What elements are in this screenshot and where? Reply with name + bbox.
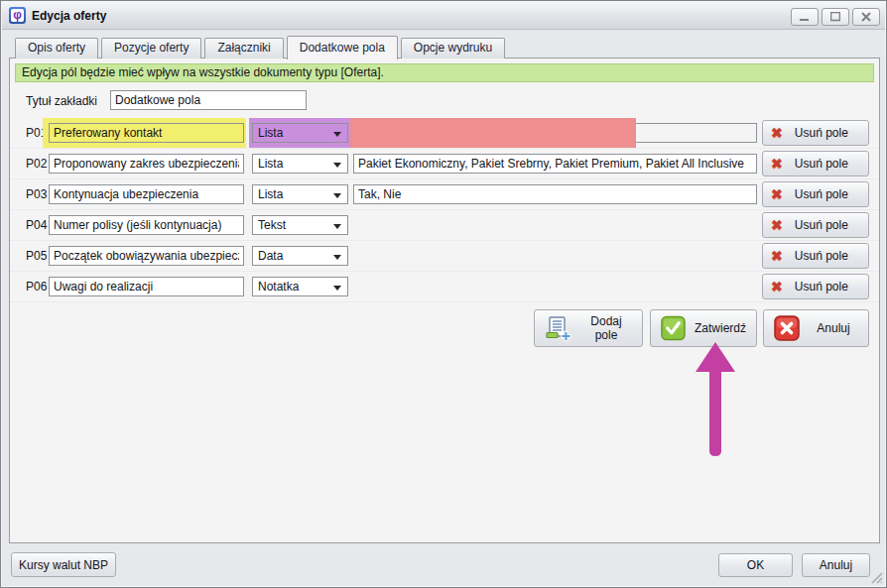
red-x-icon bbox=[774, 315, 800, 341]
tab-strip: Opis oferty Pozycje oferty Załączniki Do… bbox=[15, 35, 508, 59]
field-type-dropdown[interactable]: Notatka bbox=[252, 277, 348, 296]
maximize-button[interactable] bbox=[822, 8, 849, 26]
red-x-icon: ✖ bbox=[771, 186, 783, 202]
minimize-button[interactable] bbox=[791, 8, 819, 26]
tab-title-input[interactable] bbox=[110, 90, 307, 110]
chevron-down-icon bbox=[333, 286, 341, 291]
field-name-input[interactable] bbox=[49, 154, 244, 174]
info-banner: Edycja pól będzie mieć wpływ na wszystki… bbox=[15, 63, 874, 82]
ok-button[interactable]: OK bbox=[718, 553, 793, 577]
chevron-down-icon bbox=[333, 255, 341, 260]
field-row-p04: P04 Tekst ✖ Usuń pole bbox=[10, 210, 879, 241]
field-name-input[interactable] bbox=[49, 184, 244, 204]
edycja-oferty-dialog: { "window": { "title": "Edycja oferty" }… bbox=[0, 0, 887, 588]
red-x-icon: ✖ bbox=[771, 279, 783, 294]
tab-opcje-wydruku[interactable]: Opcje wydruku bbox=[401, 38, 505, 59]
field-id: P06 bbox=[26, 272, 47, 301]
field-values-input[interactable] bbox=[353, 184, 757, 204]
green-check-icon bbox=[661, 315, 686, 341]
tab-zalaczniki[interactable]: Załączniki bbox=[204, 38, 283, 59]
chevron-down-icon bbox=[333, 163, 341, 168]
field-id: P02 bbox=[26, 149, 47, 178]
footer-cancel-button[interactable]: Anuluj bbox=[802, 553, 870, 577]
custom-fields-list: P01 Lista ✖ Usuń pole P02 Lista ✖ U bbox=[10, 118, 879, 302]
delete-field-button[interactable]: ✖ Usuń pole bbox=[762, 274, 869, 299]
tab-dodatkowe-pola[interactable]: Dodatkowe pola bbox=[287, 36, 398, 59]
annotation-arrow bbox=[693, 340, 738, 461]
tab-opis-oferty[interactable]: Opis oferty bbox=[15, 38, 98, 59]
chevron-down-icon bbox=[333, 224, 341, 229]
field-type-dropdown[interactable]: Data bbox=[252, 246, 348, 266]
field-row-p01: P01 Lista ✖ Usuń pole bbox=[10, 118, 879, 149]
field-name-input[interactable] bbox=[49, 246, 244, 266]
field-type-dropdown[interactable]: Lista bbox=[252, 184, 348, 204]
field-row-p03: P03 Lista ✖ Usuń pole bbox=[10, 179, 879, 210]
red-x-icon: ✖ bbox=[771, 217, 783, 233]
add-field-button[interactable]: Dodaj pole bbox=[534, 309, 643, 347]
tab-title-label: Tytuł zakładki bbox=[26, 94, 97, 108]
nbp-exchange-rates-button[interactable]: Kursy walut NBP bbox=[11, 552, 116, 577]
chevron-down-icon bbox=[333, 132, 341, 137]
resize-grip[interactable] bbox=[870, 571, 883, 584]
chevron-down-icon bbox=[333, 193, 341, 198]
tab-pozycje-oferty[interactable]: Pozycje oferty bbox=[101, 38, 201, 59]
red-x-icon: ✖ bbox=[771, 156, 783, 172]
field-values-input[interactable] bbox=[353, 154, 757, 174]
red-x-icon: ✖ bbox=[771, 248, 783, 264]
minimize-icon bbox=[800, 13, 810, 22]
app-phi-icon: φ bbox=[9, 7, 26, 24]
delete-field-button[interactable]: ✖ Usuń pole bbox=[762, 151, 869, 176]
field-id: P03 bbox=[26, 179, 47, 209]
maximize-icon bbox=[830, 12, 840, 22]
delete-field-button[interactable]: ✖ Usuń pole bbox=[762, 181, 869, 207]
field-row-p05: P05 Data ✖ Usuń pole bbox=[10, 241, 879, 272]
tab-page-dodatkowe-pola: Edycja pól będzie mieć wpływ na wszystki… bbox=[9, 58, 880, 543]
cancel-action-button[interactable]: Anuluj bbox=[763, 309, 869, 347]
red-x-icon: ✖ bbox=[771, 125, 783, 141]
field-type-dropdown[interactable]: Lista bbox=[252, 154, 348, 174]
field-type-dropdown[interactable]: Lista bbox=[252, 123, 348, 143]
title-bar: φ Edycja oferty bbox=[2, 2, 885, 30]
field-type-dropdown[interactable]: Tekst bbox=[252, 215, 348, 235]
field-name-input[interactable] bbox=[49, 277, 244, 296]
window-title: Edycja oferty bbox=[32, 9, 106, 23]
close-icon bbox=[861, 12, 871, 22]
highlight-salmon bbox=[350, 118, 636, 148]
field-row-p02: P02 Lista ✖ Usuń pole bbox=[10, 149, 879, 179]
field-id: P05 bbox=[26, 241, 47, 271]
delete-field-button[interactable]: ✖ Usuń pole bbox=[762, 120, 869, 146]
field-name-input[interactable] bbox=[49, 123, 244, 143]
field-name-input[interactable] bbox=[49, 215, 244, 235]
add-document-icon bbox=[545, 315, 571, 342]
delete-field-button[interactable]: ✖ Usuń pole bbox=[762, 243, 869, 269]
field-row-p06: P06 Notatka ✖ Usuń pole bbox=[10, 272, 879, 302]
delete-field-button[interactable]: ✖ Usuń pole bbox=[762, 212, 869, 238]
field-id: P04 bbox=[26, 210, 47, 240]
close-button[interactable] bbox=[852, 8, 880, 26]
